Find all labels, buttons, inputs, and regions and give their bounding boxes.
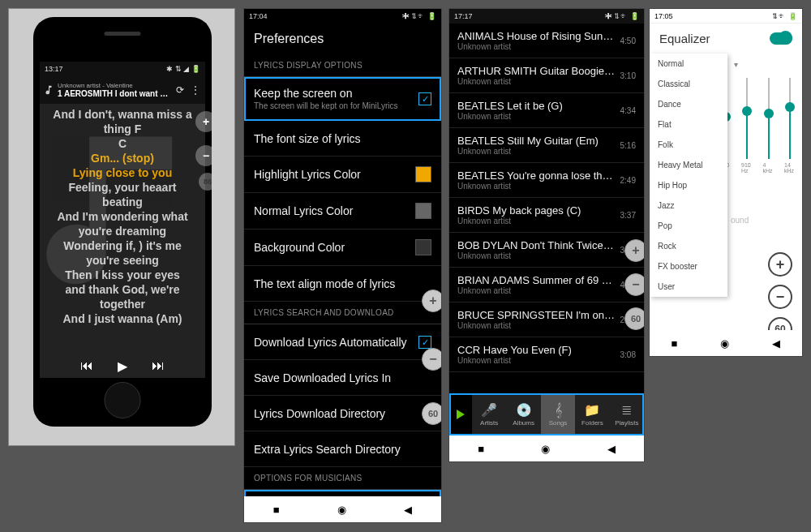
preset-item[interactable]: Rock <box>650 236 727 256</box>
pref-label: The text align mode of lyrics <box>254 277 431 290</box>
color-swatch <box>415 166 431 182</box>
music-note-icon <box>43 84 54 96</box>
prev-button[interactable]: ⏮ <box>80 358 93 373</box>
song-row[interactable]: BEATLES You're gonna lose that girl..Unk… <box>449 163 644 198</box>
checkbox-icon[interactable]: ✓ <box>418 336 431 349</box>
refresh-icon[interactable]: ⟳ <box>174 84 187 96</box>
tab-label: Playlists <box>615 419 638 427</box>
song-row[interactable]: BIRDS My back pages (C)Unknown artist3:3… <box>449 198 644 233</box>
song-artist: Unknown artist <box>457 77 616 86</box>
pref-extra-dir[interactable]: Extra Lyrics Search Directory <box>244 431 441 467</box>
status-time: 17:04 <box>249 12 268 20</box>
preset-item[interactable]: Folk <box>650 135 727 155</box>
font-minus-button[interactable]: − <box>195 145 212 166</box>
eq-slider[interactable]: 910 Hz <box>741 78 753 187</box>
song-title: BEATLES Let it be (G) <box>457 100 616 112</box>
overlay-minus-button[interactable]: − <box>768 285 792 309</box>
song-title: BRUCE SPRINGSTEEN I'm on fire (E) <box>457 309 616 321</box>
song-title: BEATLES You're gonna lose that girl.. <box>457 169 616 182</box>
checkbox-icon[interactable]: ✓ <box>418 92 431 105</box>
pref-normal-color[interactable]: Normal Lyrics Color <box>244 193 441 230</box>
eq-slider[interactable]: 14 kHz <box>784 78 796 187</box>
nav-recent[interactable]: ■ <box>273 504 280 516</box>
tab-albums[interactable]: 💿Albums <box>506 393 540 435</box>
list-icon: ≣ <box>621 402 632 418</box>
nav-back[interactable]: ◀ <box>607 443 616 455</box>
pref-keep-screen-on[interactable]: Keep the screen on The screen will be ke… <box>244 77 441 121</box>
page-title: Preferences <box>244 24 441 54</box>
pref-label: Normal Lyrics Color <box>254 204 409 217</box>
overlay-num-button[interactable]: 60 <box>422 402 442 425</box>
tab-playlists[interactable]: ≣Playlists <box>610 393 644 435</box>
song-row[interactable]: BRUCE SPRINGSTEEN I'm on fire (E)Unknown… <box>449 302 644 337</box>
overlay-num-button[interactable]: 60 <box>624 307 645 330</box>
preset-item[interactable]: Heavy Metal <box>650 155 727 175</box>
screenshot-preferences: 17:04 ✱ ⇅ ᯤ 🔋 Preferences LYRICS DISPLAY… <box>243 8 442 523</box>
overlay-minus-button[interactable]: − <box>624 273 645 296</box>
bottom-tab-bar: 🎤Artists 💿Albums 𝄞Songs 📁Folders ≣Playli… <box>449 393 644 435</box>
preset-item[interactable]: Normal <box>650 54 727 74</box>
preset-item[interactable]: User <box>650 277 727 297</box>
pref-background-color[interactable]: Background Color <box>244 230 441 266</box>
pref-font-size[interactable]: The font size of lyrics <box>244 121 441 157</box>
song-row[interactable]: BOB DYLAN Don't Think Twice (G)Unknown a… <box>449 233 644 268</box>
overlay-plus-button[interactable]: + <box>422 290 442 312</box>
lyrics-pane[interactable]: And I don't, wanna miss athing FCGm... (… <box>40 104 205 354</box>
pref-highlight-color[interactable]: Highlight Lyrics Color <box>244 157 441 193</box>
preset-item[interactable]: Classical <box>650 74 727 94</box>
overlay-plus-button[interactable]: + <box>624 239 645 262</box>
pref-auto-download[interactable]: Download Lyrics Automatically ✓ − <box>244 324 441 360</box>
preset-item[interactable]: Dance <box>650 94 727 114</box>
nav-home[interactable]: ◉ <box>541 443 550 455</box>
nav-recent[interactable]: ■ <box>672 337 678 350</box>
song-row[interactable]: CCR Have You Even (F)Unknown artist3:08 <box>449 337 644 372</box>
nav-recent[interactable]: ■ <box>478 443 484 455</box>
status-bar: 17:17 ✱ ⇅ ᯤ 🔋 <box>449 9 644 24</box>
status-icons: ⇅ ᯤ 🔋 <box>773 12 797 20</box>
preset-item[interactable]: Hip Hop <box>650 175 727 195</box>
next-button[interactable]: ⏭ <box>152 358 165 373</box>
font-size-value[interactable]: 86 <box>199 173 212 191</box>
song-artist: Unknown artist <box>457 356 616 365</box>
preset-item[interactable]: FX booster <box>650 256 727 277</box>
tab-folders[interactable]: 📁Folders <box>575 393 609 435</box>
tab-play[interactable] <box>449 393 472 435</box>
song-duration: 3:37 <box>620 211 636 220</box>
song-row[interactable]: ARTHUR SMITH Guitar Boogie (E)Unknown ar… <box>449 58 644 93</box>
nav-back[interactable]: ◀ <box>404 504 412 516</box>
tab-songs[interactable]: 𝄞Songs <box>541 393 575 435</box>
pref-label: Keep the screen on <box>254 87 412 100</box>
preset-dropdown-menu[interactable]: NormalClassicalDanceFlatFolkHeavy MetalH… <box>650 54 727 297</box>
song-title: ANIMALS House of Rising Sun (Am) <box>457 30 616 42</box>
dropdown-icon[interactable]: ▾ <box>734 60 738 69</box>
equalizer-toggle[interactable] <box>770 32 792 45</box>
overlay-minus-button[interactable]: − <box>422 348 442 371</box>
font-plus-button[interactable]: + <box>195 111 212 132</box>
preset-item[interactable]: Flat <box>650 114 727 135</box>
home-button[interactable] <box>105 382 141 418</box>
nav-home[interactable]: ◉ <box>720 337 729 350</box>
section-display: LYRICS DISPLAY OPTIONS <box>244 54 441 77</box>
song-duration: 4:50 <box>620 36 636 45</box>
pref-download-dir[interactable]: Lyrics Download Directory 60 <box>244 396 441 431</box>
eq-slider[interactable]: 4 kHz <box>763 78 775 187</box>
pref-save-location[interactable]: Save Downloaded Lyrics In <box>244 360 441 396</box>
tab-artists[interactable]: 🎤Artists <box>472 393 506 435</box>
pref-label: Save Downloaded Lyrics In <box>254 371 431 384</box>
more-icon[interactable]: ⋮ <box>189 84 202 96</box>
preset-item[interactable]: Pop <box>650 216 727 236</box>
pref-text-align[interactable]: The text align mode of lyrics + <box>244 266 441 302</box>
song-row[interactable]: BEATLES Still My Guitar (Em)Unknown arti… <box>449 128 644 163</box>
preset-item[interactable]: Jazz <box>650 195 727 216</box>
tab-label: Songs <box>549 419 568 427</box>
song-row[interactable]: BEATLES Let it be (G)Unknown artist4:34 <box>449 93 644 128</box>
song-artist: Unknown artist <box>457 217 616 225</box>
play-button[interactable]: ▶ <box>118 358 127 374</box>
status-time: 17:05 <box>654 12 673 20</box>
song-row[interactable]: BRIAN ADAMS Summer of 69 (G).mp3Unknown … <box>449 268 644 302</box>
nav-back[interactable]: ◀ <box>772 337 780 350</box>
song-row[interactable]: ANIMALS House of Rising Sun (Am)Unknown … <box>449 24 644 58</box>
nav-home[interactable]: ◉ <box>337 504 346 516</box>
playback-controls: ⏮ ▶ ⏭ <box>40 355 205 376</box>
overlay-plus-button[interactable]: + <box>768 252 792 277</box>
